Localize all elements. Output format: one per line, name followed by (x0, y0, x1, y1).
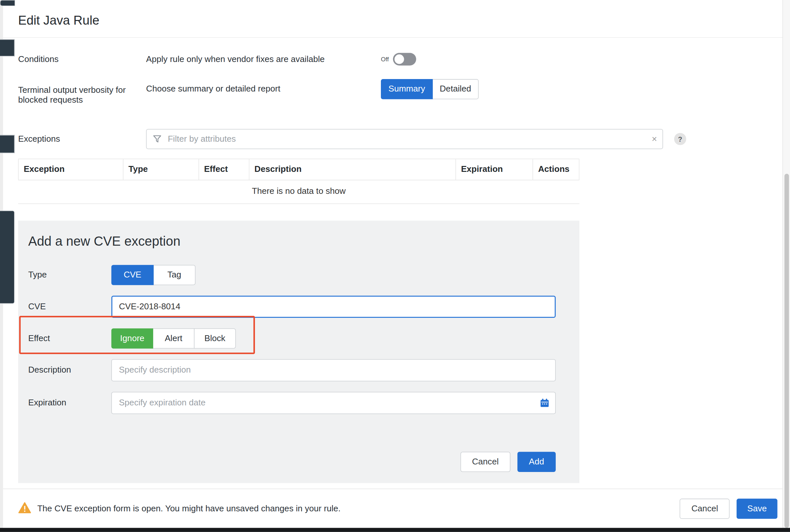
exceptions-row: Exceptions × ? (18, 129, 767, 149)
effect-row: Effect Ignore Alert Block (28, 328, 556, 348)
tag-option[interactable]: Tag (153, 265, 195, 285)
verbosity-row: Terminal output verbosity for blocked re… (18, 79, 767, 105)
column-header-effect: Effect (199, 159, 249, 180)
column-header-description: Description (249, 159, 456, 180)
toggle-state-label: Off (381, 56, 389, 63)
panel-cancel-button[interactable]: Cancel (460, 452, 510, 472)
alert-option[interactable]: Alert (153, 328, 194, 348)
cve-label: CVE (28, 302, 111, 312)
vendor-fixes-toggle[interactable] (393, 53, 416, 65)
scrollbar (783, 0, 790, 528)
column-header-expiration: Expiration (455, 159, 532, 180)
filter-icon (153, 135, 162, 145)
background-fragment (0, 39, 15, 56)
verbosity-label: Terminal output verbosity for blocked re… (18, 85, 146, 105)
table-empty-state: There is no data to show (18, 180, 579, 204)
panel-add-button[interactable]: Add (518, 452, 556, 472)
type-row: Type CVE Tag (28, 265, 556, 285)
filter-input[interactable] (146, 129, 663, 149)
column-header-actions: Actions (532, 159, 579, 180)
description-label: Description (28, 365, 111, 375)
panel-title: Add a new CVE exception (28, 232, 556, 250)
conditions-description: Apply rule only when vendor fixes are av… (146, 54, 381, 64)
background-page-bottom (0, 528, 790, 532)
cve-input[interactable] (111, 296, 556, 318)
scrollbar-thumb[interactable] (785, 174, 789, 528)
expiration-input[interactable] (111, 392, 556, 414)
report-type-segmented-control: Summary Detailed (381, 79, 479, 99)
expiration-input-wrap (111, 392, 556, 414)
screen: Edit Java Rule Conditions Apply rule onl… (0, 0, 790, 532)
add-cve-exception-panel: Add a new CVE exception Type CVE Tag CVE… (18, 221, 579, 483)
footer-save-button[interactable]: Save (737, 498, 777, 518)
expiration-label: Expiration (28, 398, 111, 408)
warning-icon (18, 501, 31, 516)
type-segmented-control: CVE Tag (111, 265, 195, 285)
footer-actions: Cancel Save (680, 498, 777, 518)
modal-footer: The CVE exception form is open. You migh… (3, 489, 783, 528)
filter-input-wrap: × (146, 129, 663, 149)
clear-filter-icon[interactable]: × (652, 133, 657, 145)
background-page-edge (0, 0, 3, 528)
vendor-fixes-toggle-group: Off (381, 53, 416, 65)
exceptions-table: Exception Type Effect Description Expira… (18, 159, 579, 204)
expiration-row: Expiration (28, 392, 556, 414)
cve-row: CVE (28, 296, 556, 318)
cve-option[interactable]: CVE (111, 265, 153, 285)
effect-segmented-control: Ignore Alert Block (111, 328, 236, 348)
detailed-option[interactable]: Detailed (432, 79, 479, 99)
column-header-exception: Exception (18, 159, 123, 180)
help-icon[interactable]: ? (674, 133, 686, 145)
background-fragment (0, 0, 15, 6)
verbosity-description: Choose summary or detailed report (146, 84, 381, 94)
calendar-icon[interactable] (540, 399, 549, 410)
table-header-row: Exception Type Effect Description Expira… (18, 159, 579, 180)
panel-actions: Cancel Add (28, 452, 556, 472)
exceptions-label: Exceptions (18, 134, 146, 144)
conditions-row: Conditions Apply rule only when vendor f… (18, 53, 767, 65)
page-title: Edit Java Rule (18, 12, 767, 28)
description-row: Description (28, 359, 556, 381)
conditions-label: Conditions (18, 54, 146, 64)
footer-cancel-button[interactable]: Cancel (680, 498, 730, 518)
unsaved-changes-message: The CVE exception form is open. You migh… (37, 504, 680, 514)
background-fragment (0, 135, 15, 153)
block-option[interactable]: Block (194, 328, 236, 348)
type-label: Type (28, 270, 111, 280)
toggle-knob (394, 54, 404, 64)
description-input[interactable] (111, 359, 556, 381)
column-header-type: Type (123, 159, 199, 180)
ignore-option[interactable]: Ignore (111, 328, 153, 348)
background-fragment (0, 211, 15, 304)
edit-rule-modal: Edit Java Rule Conditions Apply rule onl… (3, 0, 783, 528)
summary-option[interactable]: Summary (381, 79, 433, 99)
effect-label: Effect (28, 334, 111, 344)
modal-header: Edit Java Rule (3, 0, 783, 38)
modal-body: Conditions Apply rule only when vendor f… (3, 38, 783, 488)
